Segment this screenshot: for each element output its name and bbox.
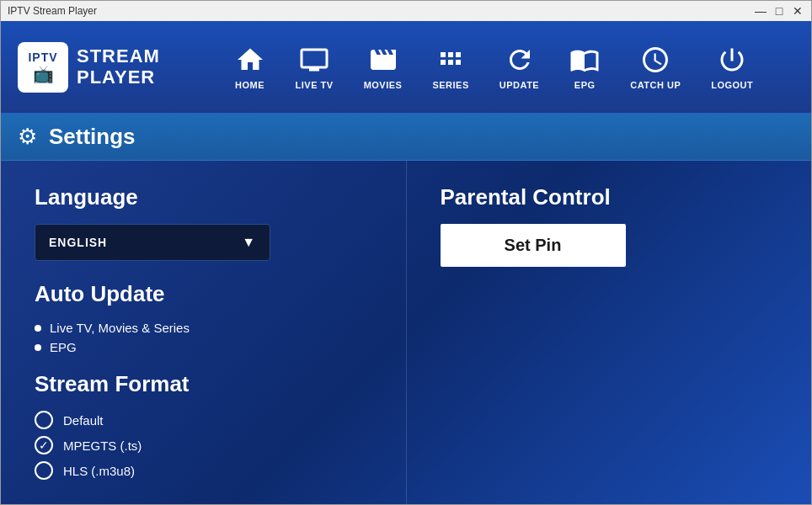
main-content: Language ENGLISH ▼ Auto Update Live TV, … [1,161,811,505]
power-icon [717,45,747,75]
settings-gear-icon: ⚙ [18,124,37,150]
chevron-down-icon: ▼ [242,235,256,250]
stream-format-default-label: Default [63,413,104,428]
set-pin-button[interactable]: Set Pin [441,224,626,267]
logo-icon: IPTV 📺 [18,42,68,93]
language-dropdown[interactable]: ENGLISH ▼ [35,224,270,261]
nav-item-logout[interactable]: LOGOUT [696,38,768,97]
auto-update-item-1: Live TV, Movies & Series [35,321,372,335]
film-icon [368,45,398,75]
close-button[interactable]: ✕ [791,4,804,18]
stream-format-default[interactable]: Default [35,411,372,429]
refresh-icon [505,45,535,75]
nav-label-movies: MOVIES [364,80,403,90]
parental-control-title: Parental Control [441,184,778,210]
nav-label-epg: EPG [574,80,596,90]
stream-format-mpegts[interactable]: MPEGTS (.ts) [35,436,372,454]
auto-update-label-1: Live TV, Movies & Series [50,321,190,335]
bullet-dot-2 [35,344,41,351]
auto-update-item-2: EPG [35,340,372,354]
stream-format-title: Stream Format [35,371,372,397]
title-bar-text: IPTV Stream Player [8,5,97,17]
language-dropdown-wrapper: ENGLISH ▼ [35,224,270,261]
nav-item-epg[interactable]: EPG [554,38,615,97]
settings-title: Settings [49,124,136,150]
title-bar: IPTV Stream Player — □ ✕ [1,1,811,21]
logo-line2: PLAYER [77,67,160,88]
nav-label-logout: LOGOUT [711,80,753,90]
right-panel: Parental Control Set Pin [407,161,812,505]
radio-circle-default [35,411,53,429]
stream-format-mpegts-label: MPEGTS (.ts) [63,439,142,453]
nav-item-live-tv[interactable]: LIVE TV [280,38,349,97]
series-icon [435,45,466,75]
nav-item-catch-up[interactable]: CATCH UP [615,38,696,97]
tv-icon [299,45,329,75]
minimize-button[interactable]: — [754,4,767,18]
home-icon [235,45,265,75]
nav-items: HOME LIVE TV MOVIES SERIES UPDATE EPG [194,38,794,97]
radio-circle-hls [35,461,53,480]
stream-format-section: Stream Format Default MPEGTS (.ts) HLS (… [35,371,372,480]
nav-label-live-tv: LIVE TV [296,80,334,90]
stream-format-hls-label: HLS (.m3u8) [63,464,135,478]
settings-bar: ⚙ Settings [1,114,811,161]
language-section-title: Language [35,184,372,210]
logo-text: STREAM PLAYER [77,46,160,87]
nav-item-update[interactable]: UPDATE [484,38,554,97]
auto-update-section: Auto Update Live TV, Movies & Series EPG [35,281,372,354]
radio-circle-mpegts [35,436,53,454]
nav-label-catch-up: CATCH UP [630,80,681,90]
logo-line1: STREAM [77,46,160,66]
language-selected-value: ENGLISH [49,236,107,249]
clock-icon [640,45,670,75]
nav-label-home: HOME [235,80,264,90]
title-bar-controls: — □ ✕ [754,4,804,18]
nav-item-series[interactable]: SERIES [417,38,483,97]
epg-icon [569,45,600,75]
header: IPTV 📺 STREAM PLAYER HOME LIVE TV MOVIES… [1,21,811,114]
nav-item-home[interactable]: HOME [220,38,280,97]
nav-label-update: UPDATE [499,80,539,90]
nav-item-movies[interactable]: MOVIES [349,38,418,97]
nav-label-series: SERIES [432,80,468,90]
auto-update-title: Auto Update [35,281,372,307]
bullet-dot-1 [35,325,41,332]
left-panel: Language ENGLISH ▼ Auto Update Live TV, … [1,161,407,505]
language-section: Language ENGLISH ▼ [35,184,372,261]
logo-iptv-text: IPTV [28,50,57,64]
maximize-button[interactable]: □ [772,4,786,18]
logo-area: IPTV 📺 STREAM PLAYER [18,42,160,93]
stream-format-hls[interactable]: HLS (.m3u8) [35,461,372,480]
logo-tv-icon: 📺 [33,64,54,84]
auto-update-label-2: EPG [50,340,77,354]
